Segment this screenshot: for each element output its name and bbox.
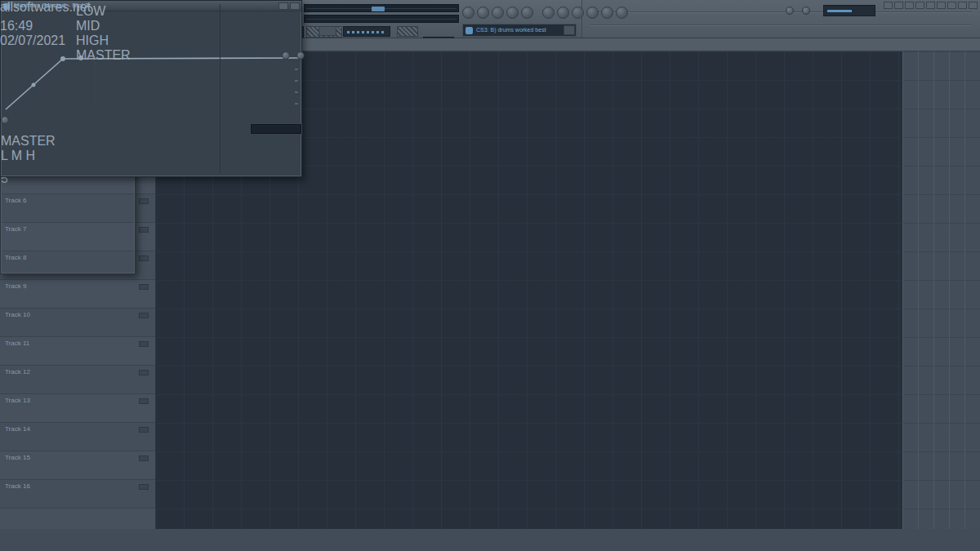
hint-bar-button[interactable] (564, 25, 575, 35)
top-window-button[interactable] (894, 2, 903, 9)
tray-volume-icon[interactable] (0, 12, 4, 19)
master-band-button[interactable]: MASTER (1, 134, 301, 149)
top-window-button[interactable] (969, 2, 978, 9)
track-name: Track 10 (5, 311, 30, 318)
detach-button[interactable] (278, 2, 288, 10)
close-button[interactable] (290, 2, 300, 10)
tray-network-icon[interactable] (0, 6, 6, 12)
top-window-button[interactable] (905, 2, 914, 9)
fl-studio-screen: Track 1 Track 2 Track 3 Track 4 Track 5 … (0, 0, 980, 551)
eq-band-fader[interactable] (1, 231, 135, 273)
track-name: Track 12 (5, 368, 30, 375)
playlist-track-row[interactable]: Track 14 (0, 423, 155, 451)
divider (220, 4, 220, 173)
track-name: Track 14 (5, 425, 30, 433)
playlist-track-row[interactable]: Track 16 (0, 480, 155, 509)
post-gain-knob[interactable] (229, 9, 247, 27)
round-button[interactable] (282, 51, 290, 60)
playlist-track-row[interactable]: Track 10 (0, 309, 155, 337)
tray-flag-icon[interactable] (0, 0, 8, 6)
groove-line (590, 24, 972, 25)
toolbar-round-button[interactable] (506, 7, 519, 19)
metronome-button[interactable] (318, 26, 336, 36)
master-volume-knob[interactable] (228, 37, 252, 61)
hint-icon (466, 27, 473, 34)
playlist-track-row[interactable]: Track 15 (0, 451, 155, 480)
attack-knob[interactable] (140, 9, 161, 30)
maximus-window-buttons (278, 2, 300, 10)
eq-band-fader[interactable] (1, 189, 135, 231)
meter-mode-box[interactable] (1, 163, 14, 170)
taskbar-clock[interactable]: 16:49 02/07/2021 (0, 19, 65, 48)
shuffle-knob[interactable] (786, 7, 794, 15)
online-panel (823, 5, 875, 16)
toolbar-round-button[interactable] (601, 7, 613, 19)
monitor-option-label: HIGH (76, 33, 109, 47)
lmh-routing-button[interactable]: L M H (1, 149, 301, 163)
system-tray: 16:49 02/07/2021 (0, 0, 65, 48)
toolbar-round-button[interactable] (521, 7, 533, 19)
toolbar-button-group-1 (462, 7, 536, 19)
saturation-knob[interactable] (109, 9, 130, 30)
toolbar-round-button[interactable] (616, 7, 628, 19)
toolbar-round-button[interactable] (586, 7, 599, 19)
oscilloscope-bottom (304, 15, 459, 23)
round-button[interactable] (296, 51, 305, 60)
cpu-panel (343, 26, 390, 37)
playlist-track-row[interactable]: Track 11 (0, 337, 155, 366)
toolbar-round-button[interactable] (557, 7, 569, 19)
maximus-lcd-display (251, 124, 301, 134)
clock-time: 16:49 (0, 19, 65, 33)
pan-knob[interactable] (285, 11, 301, 27)
window-buttons-row (884, 2, 978, 9)
track-name: Track 16 (5, 482, 30, 490)
sustain-knob[interactable] (193, 9, 214, 30)
track-name: Track 9 (5, 282, 26, 290)
top-window-button[interactable] (958, 2, 967, 9)
maximus-toolbar (1, 116, 301, 134)
toolbar-button-group-2 (542, 7, 630, 19)
meter-mode-box[interactable] (1, 170, 14, 176)
toolbar-round-button[interactable] (462, 7, 474, 19)
out-knob[interactable] (261, 11, 277, 27)
toolbar-round-button[interactable] (542, 7, 555, 19)
toolbar-knob[interactable] (1, 116, 9, 124)
top-window-button[interactable] (937, 2, 946, 9)
toolbar-round-button[interactable] (477, 7, 489, 19)
playlist-track-row[interactable]: Track 13 (0, 394, 155, 423)
top-window-button[interactable] (947, 2, 956, 9)
top-window-button[interactable] (926, 2, 935, 9)
maximus-control-section: MASTER L M H LOW MID HIGH MASTER (1, 134, 301, 176)
top-window-button[interactable] (915, 2, 924, 9)
swing-knob[interactable] (802, 7, 810, 15)
hint-bar: CS3: B) drums worked best (462, 24, 577, 37)
playlist-grid-right[interactable] (902, 51, 980, 529)
lookahead-knob[interactable] (110, 40, 130, 60)
toolbar-round-button[interactable] (572, 7, 584, 19)
memory-panel (397, 26, 418, 37)
track-name: Track 15 (5, 454, 30, 461)
hint-text: CS3: B) drums worked best (476, 27, 546, 33)
track-name: Track 13 (5, 397, 30, 404)
playlist-track-row[interactable]: Track 12 (0, 366, 155, 394)
groove-line (590, 11, 972, 12)
top-window-button[interactable] (884, 2, 893, 9)
track-name: Track 11 (5, 340, 29, 347)
mix-knob[interactable] (141, 55, 156, 69)
balance-knob[interactable] (262, 47, 275, 60)
clock-date: 02/07/2021 (0, 33, 65, 48)
toolbar-round-button[interactable] (492, 7, 504, 19)
playlist-track-row[interactable]: Track 9 (0, 280, 155, 309)
release-knob[interactable] (164, 9, 185, 30)
osc-signal (372, 7, 385, 11)
